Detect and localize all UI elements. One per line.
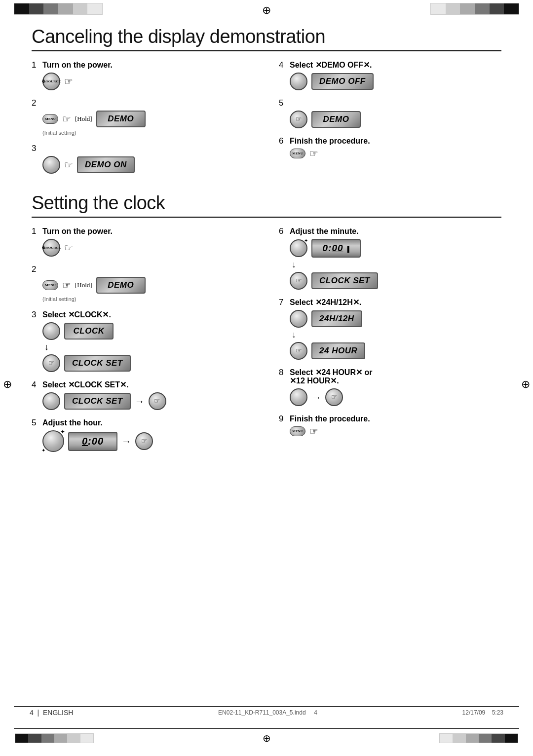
initial-setting-clock: (Initial setting)	[42, 296, 254, 302]
clock-section-title: Setting the clock	[32, 192, 501, 214]
knob-clock5a[interactable]: ✦ ✦	[42, 430, 64, 452]
footer-filename: EN02-11_KD-R711_003A_5.indd 4	[218, 709, 317, 716]
knob-clock3a[interactable]	[42, 322, 60, 340]
knob-clock8a[interactable]	[290, 388, 307, 406]
sparkle-icon-5a: ✦	[60, 428, 65, 436]
footer-datetime: 12/17/09 5:23	[462, 709, 503, 716]
demo-step-5: 5 ☞ DEMO	[279, 98, 501, 128]
clock-display-clock: CLOCK	[64, 323, 114, 340]
clock-step-6: 6 Adjust the minute. ✦ 0:00 ▐ ↓	[279, 227, 501, 290]
demo-display-demo5: DEMO	[311, 111, 361, 128]
footer-page-lang: 4 | ENGLISH	[30, 709, 73, 717]
clock-step-4: 4 Select ✕CLOCK SET✕. CLOCK SET → ☞	[32, 380, 254, 410]
clock-display-demo: DEMO	[96, 277, 146, 294]
hand-icon-clock2: ☞	[62, 280, 71, 290]
initial-setting-demo: (Initial setting)	[42, 130, 254, 136]
clock-step-9: 9 Finish the procedure. MENU ☞	[279, 414, 501, 436]
knob-clock5b[interactable]: ☞	[135, 432, 153, 450]
clock-step-7: 7 Select ✕24H/12H✕. 24H/12H ↓	[279, 298, 501, 360]
clock-step-3: 3 Select ✕CLOCK✕. CLOCK ↓	[32, 310, 254, 372]
demo-display-demooff: DEMO OFF	[311, 73, 374, 90]
knob-clock4b[interactable]: ☞	[149, 392, 166, 410]
knob-clock8b[interactable]: ☞	[325, 388, 343, 406]
demo-step-1: 1 Turn on the power. ⏻/SOURCE ☞	[32, 60, 254, 90]
clock-step-1: 1 Turn on the power. ⏻/SOURCE ☞	[32, 227, 254, 257]
hand-icon-clock1: ☞	[64, 243, 73, 253]
knob-clock3b[interactable]: ☞	[42, 354, 60, 372]
arrow-right-4: →	[135, 396, 145, 407]
hand-icon-demo6: ☞	[309, 149, 318, 158]
demo-step-4: 4 Select ✕DEMO OFF✕. DEMO OFF	[279, 60, 501, 90]
hold-label-clock2: [Hold]	[75, 281, 92, 289]
menu-btn-demo6[interactable]: MENU	[290, 149, 305, 158]
menu-btn-clock9[interactable]: MENU	[290, 426, 305, 436]
clock-section: Setting the clock 1 Turn on the power. ⏻…	[32, 192, 501, 460]
demo-section-title: Canceling the display demonstration	[32, 26, 501, 47]
hand-icon-demo3: ☞	[64, 160, 73, 170]
arrow-right-8: →	[311, 392, 321, 403]
menu-btn-demo2[interactable]: MENU	[42, 114, 58, 124]
menu-btn-clock2[interactable]: MENU	[42, 280, 58, 290]
reg-mark-right: ⊕	[521, 378, 530, 391]
reg-mark-left: ⊕	[3, 378, 12, 391]
clock-display-24hour: 24 HOUR	[311, 342, 365, 359]
knob-demo5[interactable]: ☞	[290, 111, 307, 128]
sparkle-icon-5b: ✦	[41, 448, 45, 453]
arrow-down-3: ↓	[42, 342, 254, 352]
demo-step-2: 2 MENU ☞ [Hold] DEMO (Initial setting)	[32, 98, 254, 136]
clock-display-clockset3: CLOCK SET	[64, 355, 131, 372]
knob-clock7a[interactable]	[290, 310, 307, 328]
hand-icon-demo2: ☞	[62, 114, 71, 124]
clock-step-2: 2 MENU ☞ [Hold] DEMO (Initial setting)	[32, 265, 254, 302]
knob-clock6a[interactable]: ✦	[290, 239, 307, 257]
clock-step-5: 5 Adjust the hour. ✦ ✦ 0:00 → ☞	[32, 418, 254, 452]
sparkle-6a: ✦	[304, 238, 308, 243]
knob-clock7b[interactable]: ☞	[290, 342, 307, 360]
arrow-down-7: ↓	[290, 330, 501, 340]
hand-icon-clock9: ☞	[309, 426, 318, 436]
demo-step-3: 3 ☞ DEMO ON	[32, 144, 254, 174]
clock-display-time5: 0:00	[68, 432, 117, 451]
clock-display-clockset6: CLOCK SET	[311, 272, 378, 289]
demo-section: Canceling the display demonstration 1 Tu…	[32, 26, 501, 182]
knob-demo3[interactable]	[42, 156, 60, 174]
reg-mark-top: ⊕	[262, 4, 271, 17]
clock-step-8: 8 Select ✕24 HOUR✕ or ✕12 HOUR✕. → ☞	[279, 368, 501, 406]
arrow-right-5: →	[121, 436, 131, 447]
power-knob-clock[interactable]: ⏻/SOURCE	[42, 239, 60, 257]
power-knob-demo[interactable]: ⏻/SOURCE	[42, 73, 60, 90]
clock-display-time6: 0:00 ▐	[311, 239, 361, 258]
hold-label-demo2: [Hold]	[75, 115, 92, 123]
demo-display-demo: DEMO	[96, 111, 146, 127]
demo-display-demoon: DEMO ON	[77, 156, 135, 173]
hand-icon-demo1: ☞	[64, 76, 73, 86]
clock-display-clockset4: CLOCK SET	[64, 393, 131, 410]
knob-clock4[interactable]	[42, 392, 60, 410]
clock-display-24h12h: 24H/12H	[311, 310, 362, 327]
demo-step-6: 6 Finish the procedure. MENU ☞	[279, 136, 501, 158]
arrow-down-6: ↓	[290, 260, 501, 270]
knob-demo4[interactable]	[290, 73, 307, 90]
knob-clock6b[interactable]: ☞	[290, 272, 307, 290]
reg-mark-bottom: ⊕	[263, 732, 271, 744]
